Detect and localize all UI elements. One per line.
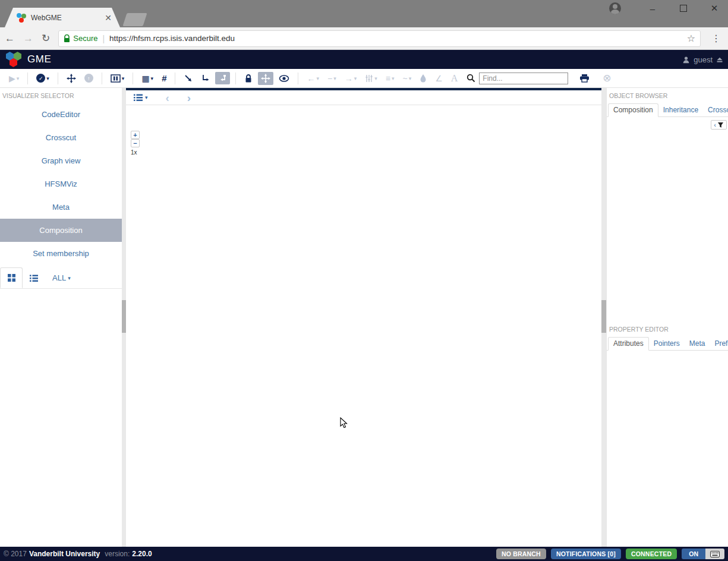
history-forward-icon[interactable]: › (187, 92, 191, 103)
object-browser-title: OBJECT BROWSER (607, 88, 728, 103)
tab-grid-view[interactable] (0, 267, 23, 288)
route-straight-button[interactable] (181, 72, 196, 84)
line-style-button[interactable]: ≡▾ (383, 72, 398, 85)
up-arrow-circle-icon: ↑ (84, 74, 93, 83)
user-icon (682, 56, 690, 64)
align-sliders-button[interactable]: ▾ (362, 73, 380, 84)
pe-tab-preferences[interactable]: Preferences (710, 338, 728, 350)
connection-status-badge[interactable]: CONNECTED (626, 549, 677, 559)
url-text[interactable]: https://hfsm.rcps.isis.vanderbilt.edu (109, 34, 682, 43)
browser-toolbar: ← → ↻ Secure | https://hfsm.rcps.isis.va… (0, 27, 728, 50)
columns-icon (111, 74, 121, 83)
history-back-icon[interactable]: ‹ (166, 92, 169, 103)
align-left-button[interactable]: ←▾ (304, 72, 322, 85)
visualizer-item-hfsmviz[interactable]: HFSMViz (0, 172, 122, 196)
print-button[interactable] (576, 72, 593, 84)
fill-color-button[interactable] (417, 72, 430, 84)
ob-tab-composition[interactable]: Composition (608, 103, 658, 117)
droplet-icon (420, 74, 427, 83)
back-button[interactable]: ← (5, 33, 15, 45)
browser-menu-icon[interactable]: ⋮ (709, 33, 723, 44)
up-level-button[interactable]: ↑ (81, 72, 96, 84)
snap-grid-button[interactable]: # (159, 71, 169, 85)
zoom-out-button[interactable]: − (131, 139, 140, 147)
ob-tab-inheritance[interactable]: Inheritance (658, 104, 703, 116)
border-color-button[interactable]: ∠ (432, 72, 446, 85)
composition-canvas[interactable]: ▾ ‹ › + − 1x (126, 88, 601, 547)
secure-label: Secure (73, 34, 97, 43)
visualizer-item-crosscut[interactable]: Crosscut (0, 126, 122, 149)
logout-eject-icon[interactable] (716, 56, 723, 63)
tree-filter-button[interactable]: ‹ (711, 120, 727, 130)
branch-status-badge[interactable]: NO BRANCH (496, 549, 546, 559)
status-bar: © 2017 Vanderbilt University version: 2.… (0, 547, 728, 561)
property-editor-title: PROPERTY EDITOR (607, 322, 728, 336)
property-editor-panel: PROPERTY EDITOR Attributes Pointers Meta… (607, 322, 728, 547)
notifications-badge[interactable]: NOTIFICATIONS [0] (551, 549, 621, 559)
pe-tab-pointers[interactable]: Pointers (649, 338, 685, 350)
keyboard-shortcuts-toggle[interactable]: ON (682, 549, 724, 559)
visualizer-selector-title: VISUALIZER SELECTOR (0, 88, 122, 103)
text-color-button[interactable]: A (448, 71, 461, 86)
address-bar[interactable]: Secure | https://hfsm.rcps.isis.vanderbi… (58, 30, 701, 47)
pan-mode-button[interactable] (258, 72, 273, 85)
columns-view-button[interactable]: ▾ (108, 73, 128, 84)
main-area: VISUALIZER SELECTOR CodeEditor Crosscut … (0, 88, 728, 547)
canvas-list-menu[interactable]: ▾ (133, 93, 148, 102)
route-orthogonal-button[interactable] (198, 72, 213, 84)
move-arrows-icon (261, 74, 270, 83)
zoom-controls: + − 1x (131, 131, 140, 156)
right-splitter[interactable] (601, 88, 606, 547)
pe-tab-meta[interactable]: Meta (685, 338, 710, 350)
find-input[interactable] (479, 73, 568, 84)
visualizer-item-set-membership[interactable]: Set membership (0, 242, 122, 265)
route-auto-button[interactable] (215, 72, 230, 84)
tab-list-view[interactable] (23, 267, 45, 288)
visibility-button[interactable] (276, 73, 292, 84)
property-editor-tabs: Attributes Pointers Meta Preferences (607, 336, 728, 351)
visualizer-item-composition[interactable]: Composition (0, 219, 122, 242)
part-filter-label: ALL (52, 273, 66, 282)
left-splitter[interactable] (122, 88, 126, 547)
browser-tab-strip: WebGME ✕ – ✕ (0, 0, 728, 27)
user-menu[interactable]: guest (682, 55, 723, 64)
lock-icon (244, 74, 253, 83)
reload-button[interactable]: ↻ (42, 32, 50, 45)
new-tab-button[interactable] (122, 13, 147, 26)
auto-route-arrow-icon (218, 74, 227, 83)
grid-layout-button[interactable]: ▦▾ (138, 72, 156, 85)
run-plugin-button[interactable]: ▶▾ (6, 72, 22, 85)
pe-tab-attributes[interactable]: Attributes (608, 337, 649, 351)
tab-title: WebGME (31, 14, 105, 22)
right-splitter-handle[interactable] (601, 300, 606, 333)
align-right-button[interactable]: →▾ (342, 72, 360, 85)
visualizer-item-meta[interactable]: Meta (0, 196, 122, 219)
left-splitter-handle[interactable] (122, 300, 126, 333)
browser-profile-icon[interactable] (609, 2, 621, 14)
omnibox-divider: | (102, 34, 105, 43)
keyboard-icon (705, 549, 724, 559)
window-maximize-button[interactable] (676, 4, 691, 14)
copyright-text: © 2017 (4, 550, 27, 558)
secure-indicator[interactable]: Secure (64, 34, 97, 43)
autofit-move-button[interactable] (64, 72, 79, 85)
bookmark-star-icon[interactable]: ☆ (687, 33, 695, 44)
visualizer-item-codeeditor[interactable]: CodeEditor (0, 103, 122, 126)
refresh-disabled-button[interactable]: ⊗ (600, 70, 614, 86)
list-menu-icon (133, 93, 143, 102)
window-minimize-button[interactable]: – (645, 4, 660, 14)
window-close-button[interactable]: ✕ (707, 3, 722, 14)
browser-tab[interactable]: WebGME ✕ (5, 8, 120, 27)
ob-tab-crosscut[interactable]: Crosscut (703, 104, 728, 116)
eye-icon (279, 74, 289, 83)
commit-status-button[interactable]: ✓▾ (33, 72, 52, 84)
distribute-button[interactable]: −▾ (324, 72, 339, 85)
visualizer-item-graph-view[interactable]: Graph view (0, 149, 122, 172)
forward-button[interactable]: → (23, 33, 33, 45)
lock-button[interactable] (241, 72, 256, 85)
part-filter-dropdown[interactable]: ALL ▾ (52, 267, 71, 288)
tab-close-icon[interactable]: ✕ (105, 13, 112, 23)
zoom-in-button[interactable]: + (131, 131, 140, 139)
toolbar-separator (27, 73, 28, 84)
connection-style-button[interactable]: ~▾ (400, 72, 415, 85)
